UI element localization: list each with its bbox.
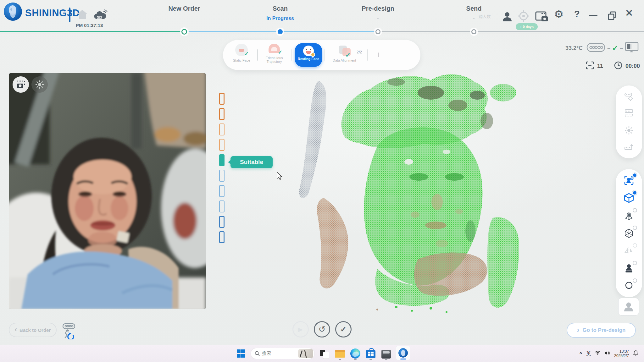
- mirror-button[interactable]: [623, 244, 635, 257]
- gauge-segment: [219, 216, 225, 228]
- active-app-indicator: [400, 359, 406, 359]
- tab-resting-face-selected[interactable]: Resting Face: [295, 43, 322, 67]
- scan-3d-viewport[interactable]: [283, 68, 550, 319]
- toggle-off-badge: [633, 208, 637, 212]
- workflow-step-send[interactable]: Send -: [439, 5, 508, 21]
- presenter-button[interactable]: [623, 262, 635, 275]
- tab-label: Resting Face: [295, 57, 322, 61]
- tray-clock[interactable]: 13:37 2025/2/7: [614, 349, 629, 358]
- shining3d-app-button-active[interactable]: [396, 346, 410, 360]
- link-dash: –: [620, 45, 623, 52]
- capture-stats: 11 00:00: [586, 61, 640, 71]
- cloud-connection-icon[interactable]: [93, 8, 108, 23]
- minimize-icon[interactable]: [589, 15, 597, 16]
- file-explorer-button[interactable]: [334, 348, 346, 359]
- control-panel-button[interactable]: [623, 107, 635, 120]
- microsoft-store-button[interactable]: [365, 348, 376, 359]
- store-icon: [366, 350, 375, 358]
- workflow-step-scan[interactable]: Scan In Progress: [246, 5, 315, 21]
- close-icon[interactable]: ✕: [625, 8, 633, 18]
- folder-icon: [335, 350, 345, 358]
- running-indicator: [385, 359, 387, 360]
- toggle-off-badge: [633, 226, 637, 230]
- gauge-segment: [219, 200, 225, 212]
- volume-icon[interactable]: [605, 351, 610, 357]
- progress-line-pending: [381, 31, 471, 32]
- running-indicator: [369, 359, 372, 360]
- mesh-view-button[interactable]: [623, 227, 635, 239]
- patient-avatar-button[interactable]: [618, 298, 639, 315]
- sun-icon: [35, 80, 44, 89]
- tab-edentulous-trajectory[interactable]: ✓ Edentulous Trajectory: [258, 40, 290, 70]
- gauge-tooltip: Suitable: [230, 156, 273, 168]
- frame-count-value: 11: [597, 63, 603, 69]
- screenshot-icon[interactable]: [535, 11, 548, 24]
- check-icon: ✓: [244, 51, 249, 57]
- scan-tools-toolbar: [616, 169, 642, 297]
- check-icon: ✓: [345, 51, 351, 59]
- home-icon[interactable]: [76, 9, 88, 21]
- gauge-segment: [219, 231, 225, 243]
- workflow-step-new-order[interactable]: New Order: [150, 5, 219, 21]
- data-alignment-icon: ✓: [337, 44, 351, 58]
- step-status: [150, 16, 219, 21]
- settings-gear-icon[interactable]: ⚙: [554, 9, 564, 19]
- tab-static-face[interactable]: ✓ Static Face: [224, 40, 259, 70]
- tab-separator: [257, 49, 258, 61]
- capture-snapshot-button[interactable]: [13, 76, 29, 93]
- restore-window-icon[interactable]: [608, 11, 617, 22]
- alignment-gauge: [219, 93, 225, 243]
- light-toggle-button[interactable]: [31, 76, 48, 93]
- shining3d-app-icon: [398, 348, 408, 358]
- brightness-button[interactable]: [623, 124, 635, 137]
- gimbal-button[interactable]: [623, 209, 635, 222]
- step-label: Pre-design: [343, 5, 413, 12]
- rescan-device-button[interactable]: [62, 322, 76, 339]
- play-button[interactable]: ▶: [292, 321, 309, 337]
- toggle-on-badge: [632, 173, 637, 178]
- presenter-icon: [624, 263, 634, 274]
- chevron-right-icon: ›: [577, 326, 580, 334]
- search-highlight-thumbnail[interactable]: [298, 349, 313, 358]
- undo-scan-button[interactable]: ↺: [314, 321, 330, 337]
- gauge-segment: [219, 93, 225, 105]
- toggle-on-badge: [632, 190, 637, 195]
- calibration-icon[interactable]: [517, 9, 530, 24]
- timer-clock-icon: [614, 61, 623, 71]
- wifi-icon[interactable]: [595, 351, 601, 356]
- scanner-settings-button[interactable]: [623, 90, 635, 102]
- show-model-button[interactable]: [623, 192, 635, 204]
- step-status: In Progress: [246, 16, 315, 21]
- session-clock: PM 01:37:13: [70, 23, 108, 28]
- tray-overflow-chevron[interactable]: ^: [580, 351, 582, 356]
- confirm-scan-button[interactable]: ✓: [335, 321, 352, 337]
- face-tracking-button[interactable]: [623, 174, 635, 187]
- control-panel-icon: [624, 108, 634, 118]
- user-account-icon[interactable]: [501, 11, 513, 24]
- workflow-step-pre-design[interactable]: Pre-design -: [343, 5, 413, 21]
- add-stage-button[interactable]: +: [371, 40, 386, 70]
- input-language-indicator[interactable]: 英: [586, 351, 591, 357]
- task-view-button[interactable]: [319, 348, 330, 359]
- start-button[interactable]: [235, 348, 247, 359]
- face-outline-button[interactable]: [623, 280, 635, 292]
- edentulous-trajectory-icon: ✓: [267, 44, 281, 55]
- brightness-icon: [624, 125, 634, 135]
- notifications-bell-icon[interactable]: [633, 350, 638, 357]
- taskbar-search[interactable]: 搜索: [251, 348, 315, 359]
- device-app-button[interactable]: [380, 348, 392, 359]
- measure-button[interactable]: [623, 141, 635, 154]
- edge-browser-button[interactable]: [350, 348, 361, 359]
- check-icon: ✓: [278, 49, 282, 56]
- shining3d-logo-icon: [4, 3, 22, 21]
- back-to-order-button[interactable]: ‹ Back to Order: [9, 323, 57, 337]
- tab-data-alignment[interactable]: ✓ Data Alignment 2/2: [327, 40, 362, 70]
- progress-line-active: [187, 31, 278, 32]
- toggle-off-badge: [633, 278, 637, 283]
- scan-stage-tabs: ✓ Static Face ✓ Edentulous Trajectory Re…: [223, 40, 420, 70]
- toggle-off-badge: [633, 261, 637, 265]
- help-icon[interactable]: ?: [574, 9, 580, 19]
- mesh-icon: [624, 228, 634, 239]
- undo-icon: ↺: [319, 324, 326, 334]
- go-to-pre-design-button[interactable]: › Go to Pre-design: [567, 323, 636, 338]
